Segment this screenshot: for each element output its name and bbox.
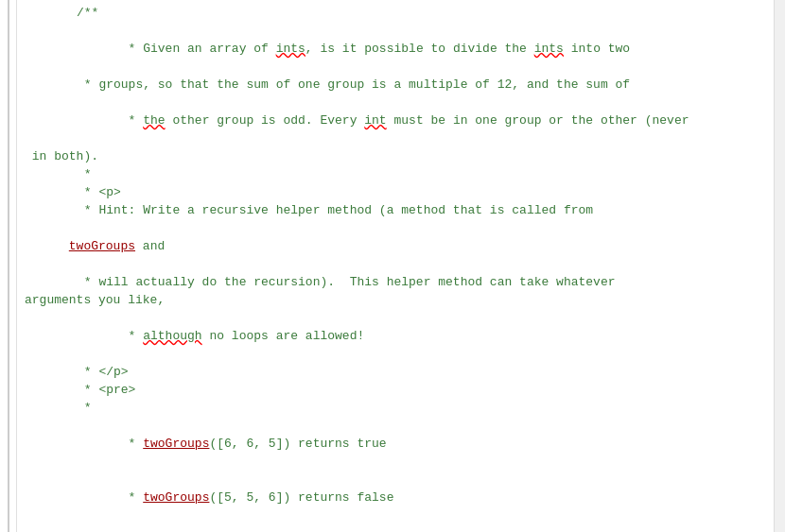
line-given: * Given an array of ints, is it possible… bbox=[25, 22, 774, 76]
editor-container: /** * Given an array of ints, is it poss… bbox=[0, 0, 785, 532]
line-example2: * twoGroups([5, 5, 6]) returns false bbox=[25, 471, 774, 524]
line-recursion: * will actually do the recursion). This … bbox=[25, 273, 774, 291]
line-twogroups-and: twoGroups and bbox=[25, 219, 774, 273]
line-gutter bbox=[0, 0, 17, 532]
line-star2: * bbox=[25, 399, 774, 417]
line-hint: * Hint: Write a recursive helper method … bbox=[25, 201, 774, 219]
line-other-group: * the other group is odd. Every int must… bbox=[25, 94, 774, 147]
line-p-close: * </p> bbox=[25, 363, 774, 381]
code-area[interactable]: /** * Given an array of ints, is it poss… bbox=[17, 0, 774, 532]
line-comment-open: /** bbox=[25, 4, 774, 22]
line-in-both: in both). bbox=[25, 147, 774, 165]
line-example1: * twoGroups([6, 6, 5]) returns true bbox=[25, 417, 774, 471]
line-star1: * bbox=[25, 165, 774, 183]
line-pre-open: * <pre> bbox=[25, 381, 774, 399]
line-groups: * groups, so that the sum of one group i… bbox=[25, 76, 774, 94]
line-arguments: arguments you like, bbox=[25, 291, 774, 309]
scrollbar[interactable] bbox=[774, 0, 785, 532]
line-p-open: * <p> bbox=[25, 183, 774, 201]
line-example3: * twoGroups([5, 5, 6, 1]) returns true bbox=[25, 524, 774, 532]
line-although: * although no loops are allowed! bbox=[25, 309, 774, 363]
